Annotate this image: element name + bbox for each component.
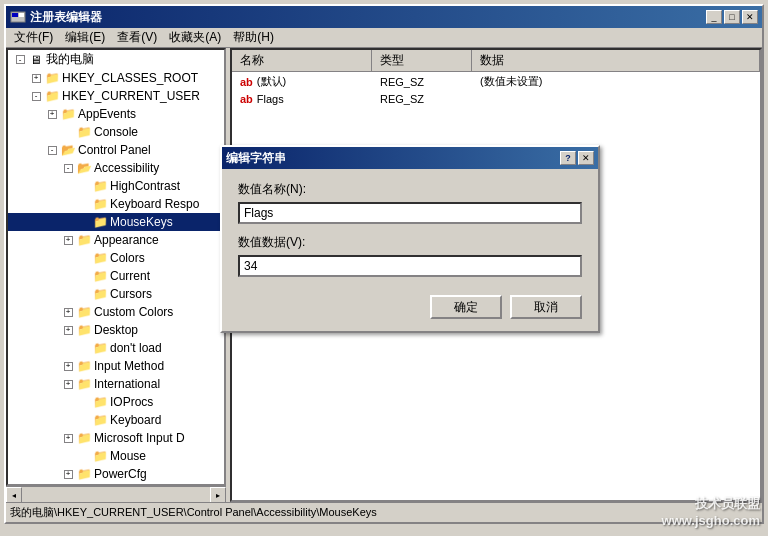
tree-label-input-method: Input Method [92,359,164,373]
tree-item-colors[interactable]: 📁 Colors [8,249,224,267]
col-header-name[interactable]: 名称 [232,50,372,71]
expander-custom-colors[interactable]: + [60,304,76,320]
svg-rect-2 [19,13,24,17]
col-header-type[interactable]: 类型 [372,50,472,71]
tree-item-input-method[interactable]: + 📁 Input Method [8,357,224,375]
tree-label-accessibility: Accessibility [92,161,159,175]
tree-label-powercfg: PowerCfg [92,467,147,481]
tree-item-keyboard[interactable]: 📁 Keyboard [8,411,224,429]
col-header-data[interactable]: 数据 [472,50,760,71]
tree-item-ms-input[interactable]: + 📁 Microsoft Input D [8,429,224,447]
folder-icon-desktop: 📁 [76,322,92,338]
folder-icon-highcontrast: 📁 [92,178,108,194]
tree-label-my-pc: 我的电脑 [44,51,94,68]
tree-label-control-panel: Control Panel [76,143,151,157]
tree-item-desktop[interactable]: + 📁 Desktop [8,321,224,339]
dialog-cancel-button[interactable]: 取消 [510,295,582,319]
expander-ms-input[interactable]: + [60,430,76,446]
folder-icon-classes-root: 📁 [44,70,60,86]
tree-item-sound[interactable]: 📁 Sound [8,483,224,484]
tree-item-cursors[interactable]: 📁 Cursors [8,285,224,303]
tree-item-highcontrast[interactable]: 📁 HighContrast [8,177,224,195]
menu-help[interactable]: 帮助(H) [227,27,280,48]
expander-powercfg[interactable]: + [60,466,76,482]
folder-icon-accessibility: 📂 [76,160,92,176]
tree-item-current[interactable]: 📁 Current [8,267,224,285]
tree-item-dont-load[interactable]: 📁 don't load [8,339,224,357]
list-row-flags[interactable]: ab Flags REG_SZ [232,91,760,107]
tree-label-mousekeys: MouseKeys [108,215,173,229]
tree-item-current-user[interactable]: - 📁 HKEY_CURRENT_USER [8,87,224,105]
tree-item-custom-colors[interactable]: + 📁 Custom Colors [8,303,224,321]
expander-input-method[interactable]: + [60,358,76,374]
dialog-close-button[interactable]: ✕ [578,151,594,165]
tree-item-international[interactable]: + 📁 International [8,375,224,393]
reg-icon-default: ab [240,76,253,88]
cell-data-default: (数值未设置) [472,73,760,90]
tree-panel: - 🖥 我的电脑 + 📁 HKEY_CLASSES_ROOT [6,48,226,502]
expander-mouse [76,448,92,464]
list-header: 名称 类型 数据 [232,50,760,72]
tree-item-mouse[interactable]: 📁 Mouse [8,447,224,465]
expander-keyboard-resp [76,196,92,212]
titlebar: 注册表编辑器 _ □ ✕ [6,6,762,28]
tree-container[interactable]: - 🖥 我的电脑 + 📁 HKEY_CLASSES_ROOT [6,48,226,486]
tree-label-ms-input: Microsoft Input D [92,431,185,445]
tree-label-international: International [92,377,160,391]
dialog-name-input[interactable] [238,202,582,224]
dialog-ok-button[interactable]: 确定 [430,295,502,319]
expander-international[interactable]: + [60,376,76,392]
folder-icon-current: 📁 [92,268,108,284]
tree-label-console: Console [92,125,138,139]
dialog-content: 数值名称(N): 数值数据(V): 确定 取消 [222,169,598,331]
label-flags: Flags [257,93,284,105]
window-title: 注册表编辑器 [30,9,706,26]
tree-item-control-panel[interactable]: - 📂 Control Panel [8,141,224,159]
tree-label-colors: Colors [108,251,145,265]
tree-item-mousekeys[interactable]: 📁 MouseKeys [8,213,224,231]
tree-scroll-right[interactable]: ▸ [210,487,226,502]
expander-my-pc[interactable]: - [12,52,28,68]
folder-icon-appearance: 📁 [76,232,92,248]
tree-item-appearance[interactable]: + 📁 Appearance [8,231,224,249]
tree-item-classes-root[interactable]: + 📁 HKEY_CLASSES_ROOT [8,69,224,87]
folder-icon-mouse: 📁 [92,448,108,464]
tree-item-powercfg[interactable]: + 📁 PowerCfg [8,465,224,483]
dialog-help-button[interactable]: ? [560,151,576,165]
tree-item-accessibility[interactable]: - 📂 Accessibility [8,159,224,177]
menu-file[interactable]: 文件(F) [8,27,59,48]
dialog-data-label: 数值数据(V): [238,234,582,251]
tree-item-ioprocs[interactable]: 📁 IOProcs [8,393,224,411]
expander-keyboard [76,412,92,428]
menu-favorites[interactable]: 收藏夹(A) [163,27,227,48]
statusbar-text: 我的电脑\HKEY_CURRENT_USER\Control Panel\Acc… [10,505,377,520]
tree-item-console[interactable]: 📁 Console [8,123,224,141]
expander-desktop[interactable]: + [60,322,76,338]
list-row-default[interactable]: ab (默认) REG_SZ (数值未设置) [232,72,760,91]
expander-classes-root[interactable]: + [28,70,44,86]
tree-item-keyboard-resp[interactable]: 📁 Keyboard Respo [8,195,224,213]
tree-label-cursors: Cursors [108,287,152,301]
expander-appearance[interactable]: + [60,232,76,248]
tree-scroll-bar: ◂ ▸ [6,486,226,502]
minimize-button[interactable]: _ [706,10,722,24]
folder-icon-mousekeys: 📁 [92,214,108,230]
tree-label-classes-root: HKEY_CLASSES_ROOT [60,71,198,85]
reg-icon-flags: ab [240,93,253,105]
expander-accessibility[interactable]: - [60,160,76,176]
tree-item-appevents[interactable]: + 📁 AppEvents [8,105,224,123]
folder-icon-ioprocs: 📁 [92,394,108,410]
expander-current-user[interactable]: - [28,88,44,104]
expander-control-panel[interactable]: - [44,142,60,158]
tree-scroll-left[interactable]: ◂ [6,487,22,502]
expander-current [76,268,92,284]
cell-name-flags: ab Flags [232,92,372,106]
maximize-button[interactable]: □ [724,10,740,24]
folder-icon-powercfg: 📁 [76,466,92,482]
close-button[interactable]: ✕ [742,10,758,24]
menu-edit[interactable]: 编辑(E) [59,27,111,48]
tree-item-my-pc[interactable]: - 🖥 我的电脑 [8,50,224,69]
menu-view[interactable]: 查看(V) [111,27,163,48]
dialog-data-input[interactable] [238,255,582,277]
expander-appevents[interactable]: + [44,106,60,122]
